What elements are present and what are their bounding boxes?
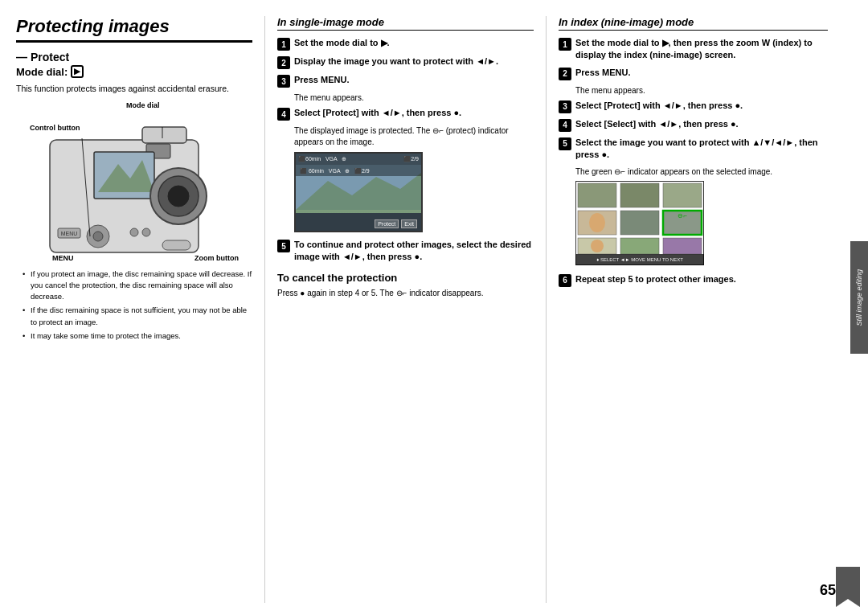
step-2-text: Display the image you want to protect wi… <box>294 55 498 68</box>
right-step-1: 1 Set the mode dial to ▶, then press the… <box>559 37 828 62</box>
svg-point-31 <box>591 240 604 252</box>
page-arrow-decoration <box>836 567 860 607</box>
label-mode-dial: Mode dial <box>126 101 160 109</box>
step-3-sub: The menu appears. <box>294 92 534 104</box>
right-step-5-sub: The green ⊖⌐ indicator appears on the se… <box>575 166 828 178</box>
index-grid-container: ⊖⌐ ♦ SELECT ◄► MOVE MENU TO NEXT <box>575 181 828 267</box>
screen-image: ⬛ 60min VGA ⊕ ⬛2/9 <box>296 165 421 210</box>
svg-marker-36 <box>836 567 860 607</box>
svg-text:⊖⌐: ⊖⌐ <box>678 212 687 219</box>
index-grid-svg: ⊖⌐ ♦ SELECT ◄► MOVE MENU TO NEXT <box>575 181 704 265</box>
svg-rect-27 <box>620 211 659 235</box>
middle-column: In single-image mode 1 Set the mode dial… <box>265 16 547 603</box>
bullet-item: It may take some time to protect the ima… <box>23 330 252 342</box>
side-tab: Still image editing <box>850 241 868 354</box>
bullet-item: If you protect an image, the disc remain… <box>23 269 252 303</box>
svg-rect-12 <box>162 240 190 250</box>
svg-rect-32 <box>620 238 659 254</box>
step-4-text: Select [Protect] with ◄/►, then press ●. <box>294 107 461 119</box>
right-step-2-text: Press MENU. <box>575 67 630 79</box>
svg-text:MENU: MENU <box>61 231 78 236</box>
left-column: Protecting images — Protect Mode dial: ▶… <box>16 16 265 603</box>
right-step-1-text: Set the mode dial to ▶, then press the z… <box>575 37 828 62</box>
right-step-3-text: Select [Protect] with ◄/►, then press ●. <box>575 100 743 112</box>
label-zoom: Zoom button <box>194 254 239 262</box>
right-step-6: 6 Repeat step 5 to protect other images. <box>559 273 828 287</box>
svg-rect-22 <box>578 183 616 207</box>
svg-point-26 <box>589 213 605 232</box>
svg-rect-1 <box>142 127 186 143</box>
screen-top-bar: ⬛60min VGA ⊕ ⬛2/9 <box>296 154 421 165</box>
section-title: — Protect <box>16 51 252 64</box>
cancel-text: Press ● again in step 4 or 5. The ⊖⌐ ind… <box>277 287 534 299</box>
svg-point-11 <box>93 232 103 241</box>
right-step-2-sub: The menu appears. <box>575 85 828 96</box>
description-text: This function protects images against ac… <box>16 83 252 95</box>
cancel-title: To cancel the protection <box>277 272 534 284</box>
cancel-section: To cancel the protection Press ● again i… <box>277 272 534 299</box>
step-2: 2 Display the image you want to protect … <box>277 55 534 69</box>
svg-rect-33 <box>663 238 702 254</box>
svg-point-14 <box>142 228 150 236</box>
screen-content: ⬛ 60min VGA ⊕ ⬛2/9 <box>296 165 421 213</box>
screen-mockup: ⬛60min VGA ⊕ ⬛2/9 ⬛ 60min VGA ⊕ ⬛2/9 Pro… <box>294 152 423 232</box>
svg-rect-24 <box>663 183 702 207</box>
svg-rect-23 <box>620 183 659 207</box>
bullet-item: If the disc remaining space is not suffi… <box>23 305 252 328</box>
play-icon: ▶ <box>71 65 84 78</box>
svg-point-7 <box>168 186 189 207</box>
step-3: 3 Press MENU. <box>277 74 534 88</box>
mode-dial-label: Mode dial: ▶ <box>16 65 252 78</box>
step-1: 1 Set the mode dial to ▶. <box>277 37 534 51</box>
right-step-5-text: Select the image you want to protect wit… <box>575 137 828 162</box>
svg-text:⬛ 60min   VGA   ⊕   ⬛2/9: ⬛ 60min VGA ⊕ ⬛2/9 <box>300 167 370 174</box>
right-step-4: 4 Select [Select] with ◄/►, then press ●… <box>559 118 828 132</box>
svg-text:♦ SELECT  ◄► MOVE  MENU TO NEX: ♦ SELECT ◄► MOVE MENU TO NEXT <box>596 257 683 262</box>
label-menu: MENU <box>52 254 74 262</box>
right-step-2: 2 Press MENU. <box>559 67 828 80</box>
right-step-5: 5 Select the image you want to protect w… <box>559 137 828 162</box>
right-step-6-text: Repeat step 5 to protect other images. <box>575 273 736 285</box>
exit-btn: Exit <box>401 219 417 228</box>
right-step-3: 3 Select [Protect] with ◄/►, then press … <box>559 100 828 113</box>
bullet-list: If you protect an image, the disc remain… <box>16 269 252 342</box>
step-3-text: Press MENU. <box>294 74 349 86</box>
page-title: Protecting images <box>16 16 252 43</box>
camera-svg: MENU <box>38 116 231 264</box>
index-mode-heading: In index (nine-image) mode <box>559 16 828 31</box>
step-5-text: To continue and protect other images, se… <box>294 239 534 264</box>
step-1-text: Set the mode dial to ▶. <box>294 37 390 49</box>
protect-btn: Protect <box>375 219 399 228</box>
step-5: 5 To continue and protect other images, … <box>277 239 534 264</box>
page-number: 65 <box>820 582 836 599</box>
step-4: 4 Select [Protect] with ◄/►, then press … <box>277 107 534 121</box>
camera-diagram: Control button Mode dial ME <box>30 101 239 262</box>
right-column: In index (nine-image) mode 1 Set the mod… <box>547 16 828 603</box>
single-image-heading: In single-image mode <box>277 16 534 31</box>
svg-point-13 <box>130 228 138 236</box>
step-4-sub: The displayed image is protected. The ⊖⌐… <box>294 125 534 148</box>
right-step-4-text: Select [Select] with ◄/►, then press ●. <box>575 118 739 130</box>
side-tab-text: Still image editing <box>855 269 863 326</box>
screen-bottom: Protect Exit <box>296 213 421 232</box>
